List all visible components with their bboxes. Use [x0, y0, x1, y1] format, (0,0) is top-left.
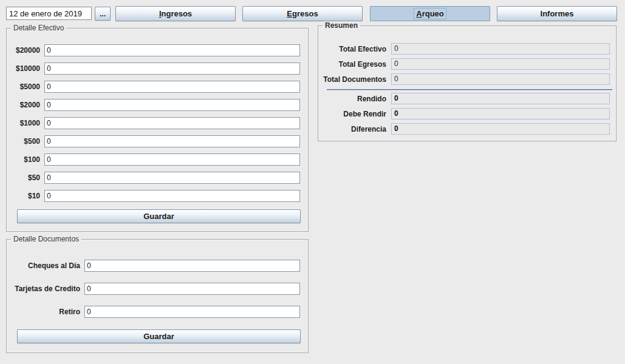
input-1000[interactable]	[44, 117, 300, 129]
denomination-label: $10	[7, 192, 40, 200]
denomination-label: $50	[7, 174, 40, 182]
summary-row: Total Egresos 0	[318, 58, 616, 70]
nav-button-arqueo[interactable]: Arqueo	[370, 6, 490, 21]
nav-button-label: Arqueo	[414, 8, 446, 19]
panel-title: Detalle Efectivo	[11, 24, 66, 32]
diferencia-field: 0	[391, 123, 610, 135]
input-100[interactable]	[44, 153, 300, 166]
date-input[interactable]	[6, 7, 92, 20]
summary-row: Total Documentos 0	[318, 73, 616, 85]
panel-title: Resumen	[323, 21, 360, 30]
document-row: Retiro	[7, 306, 308, 318]
denomination-label: $10000	[7, 64, 40, 73]
denomination-row: $20000	[7, 44, 308, 56]
nav-button-ingresos[interactable]: Ingresos	[115, 6, 236, 21]
document-row: Cheques al Dia	[7, 260, 308, 272]
input-5000[interactable]	[44, 81, 300, 93]
summary-row: Debe Rendir 0	[318, 108, 616, 120]
input-tarjetas-de-credito[interactable]	[84, 283, 300, 295]
detalle-efectivo-panel: Detalle Efectivo $20000 $10000 $5000 $20…	[6, 28, 309, 232]
summary-label: Total Egresos	[318, 60, 386, 69]
summary-label: Rendido	[318, 95, 386, 103]
summary-label: Total Documentos	[318, 75, 386, 84]
summary-row: Total Efectivo 0	[318, 43, 616, 55]
denomination-row: $5000	[7, 81, 308, 93]
denomination-row: $500	[7, 135, 308, 147]
denomination-label: $1000	[7, 119, 40, 127]
guardar-documentos-button[interactable]: Guardar	[17, 329, 301, 343]
arqueo-window: ... Ingresos Egresos Arqueo Informes Det…	[0, 0, 625, 364]
denomination-row: $10000	[7, 62, 308, 75]
nav-button-informes[interactable]: Informes	[497, 6, 617, 21]
summary-label: Total Efectivo	[318, 45, 386, 53]
nav-button-label: Informes	[539, 8, 576, 19]
document-label: Cheques al Dia	[7, 261, 80, 270]
nav-button-label: Ingresos	[157, 8, 194, 19]
nav-button-egresos[interactable]: Egresos	[242, 6, 363, 21]
document-label: Retiro	[7, 308, 80, 316]
input-20000[interactable]	[44, 44, 300, 56]
total-documentos-field: 0	[391, 73, 610, 85]
rendido-field: 0	[391, 93, 610, 104]
input-10[interactable]	[44, 190, 300, 202]
denomination-row: $2000	[7, 99, 308, 111]
denomination-row: $50	[7, 172, 308, 184]
resumen-panel: Resumen Total Efectivo 0 Total Egresos 0…	[318, 25, 616, 141]
date-picker-button[interactable]: ...	[95, 7, 111, 21]
input-retiro[interactable]	[84, 306, 300, 318]
input-cheques-al-dia[interactable]	[84, 260, 300, 272]
document-row: Tarjetas de Credito	[7, 283, 308, 295]
summary-label: Diferencia	[318, 125, 386, 133]
detalle-documentos-panel: Detalle Documentos Cheques al Dia Tarjet…	[6, 239, 309, 353]
guardar-efectivo-button[interactable]: Guardar	[17, 209, 301, 223]
nav-button-label: Egresos	[285, 8, 319, 19]
input-500[interactable]	[44, 135, 300, 147]
input-10000[interactable]	[44, 62, 300, 75]
ellipsis-icon: ...	[100, 10, 106, 18]
denomination-label: $100	[7, 155, 40, 164]
summary-row: Diferencia 0	[318, 123, 616, 135]
denomination-row: $1000	[7, 117, 308, 129]
input-2000[interactable]	[44, 99, 300, 111]
debe-rendir-field: 0	[391, 108, 610, 120]
denomination-row: $10	[7, 190, 308, 202]
summary-row: Rendido 0	[318, 93, 616, 104]
denomination-label: $2000	[7, 101, 40, 109]
denomination-label: $20000	[7, 46, 40, 55]
document-label: Tarjetas de Credito	[7, 285, 80, 293]
panel-title: Detalle Documentos	[11, 235, 81, 243]
denomination-row: $100	[7, 153, 308, 166]
total-egresos-field: 0	[391, 58, 610, 70]
summary-separator	[327, 89, 612, 90]
input-50[interactable]	[44, 172, 300, 184]
summary-label: Debe Rendir	[318, 110, 386, 118]
denomination-label: $5000	[7, 83, 40, 91]
total-efectivo-field: 0	[391, 43, 610, 55]
denomination-label: $500	[7, 137, 40, 146]
